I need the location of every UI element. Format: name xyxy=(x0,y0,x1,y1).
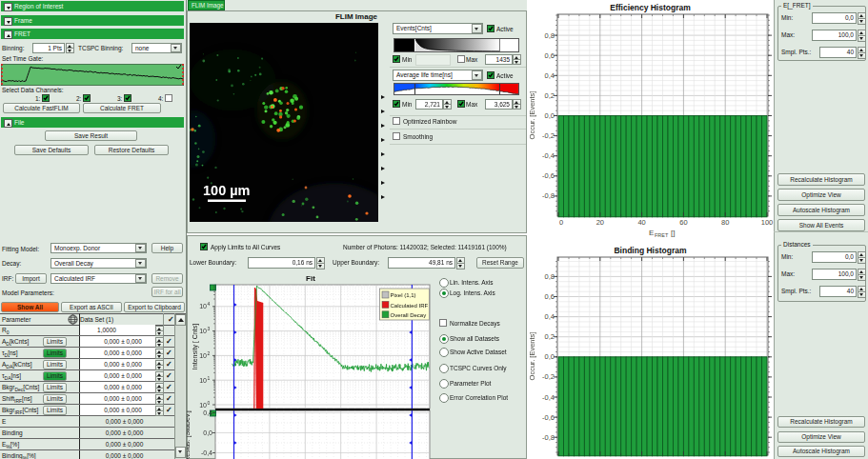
svg-text:-0,6: -0,6 xyxy=(542,171,555,180)
svg-text:-0,2: -0,2 xyxy=(542,372,555,381)
svg-text:10: 10 xyxy=(199,328,207,334)
svg-text:10: 10 xyxy=(199,377,207,384)
svg-text:-0,6: -0,6 xyxy=(542,413,555,422)
svg-text:1: 1 xyxy=(208,375,211,381)
svg-text:-0,4: -0,4 xyxy=(542,393,555,402)
svg-text:0,4: 0,4 xyxy=(545,71,555,80)
svg-text:10: 10 xyxy=(199,303,207,309)
svg-text:FRET: FRET xyxy=(655,232,669,238)
svg-text:-0,4: -0,4 xyxy=(542,151,555,160)
svg-text:Overall Decay: Overall Decay xyxy=(391,312,427,318)
svg-text:0: 0 xyxy=(208,400,211,406)
svg-text:Occur. [Events]: Occur. [Events] xyxy=(528,91,536,140)
svg-text:0,2: 0,2 xyxy=(545,91,555,100)
svg-text:0,8: 0,8 xyxy=(545,272,555,281)
svg-text:-0,4: -0,4 xyxy=(201,449,212,456)
svg-text:0,6: 0,6 xyxy=(545,51,555,60)
svg-text:10: 10 xyxy=(199,402,207,409)
svg-text:0: 0 xyxy=(559,218,563,227)
svg-text:0,8: 0,8 xyxy=(545,31,555,40)
svg-text:0,0: 0,0 xyxy=(203,429,212,436)
svg-text:80: 80 xyxy=(721,218,729,227)
svg-text:Resids. [StdDev.]: Resids. [StdDev.] xyxy=(187,410,192,459)
svg-text:Occur. [Events]: Occur. [Events] xyxy=(528,332,536,381)
svg-text:E: E xyxy=(649,229,654,237)
svg-text:Calculated IRF: Calculated IRF xyxy=(391,303,429,309)
svg-text:0,4: 0,4 xyxy=(545,312,555,321)
svg-text:3: 3 xyxy=(208,326,211,331)
svg-text:100: 100 xyxy=(761,218,774,227)
svg-text:Pixel (1,1): Pixel (1,1) xyxy=(391,292,416,298)
svg-text:0,2: 0,2 xyxy=(545,332,555,341)
svg-text:60: 60 xyxy=(679,218,687,227)
svg-text:2: 2 xyxy=(208,350,211,356)
svg-text:40: 40 xyxy=(637,218,645,227)
svg-text:0,4: 0,4 xyxy=(203,409,212,416)
svg-text:0,0: 0,0 xyxy=(545,111,555,120)
svg-text:0,0: 0,0 xyxy=(545,352,555,361)
svg-text:-0,2: -0,2 xyxy=(542,131,555,140)
svg-text:Intensity [ Cnts]: Intensity [ Cnts] xyxy=(192,324,199,369)
svg-text:10: 10 xyxy=(199,352,207,359)
svg-text:0,6: 0,6 xyxy=(545,292,555,301)
svg-text:100 µm: 100 µm xyxy=(203,183,250,198)
svg-text:-0,8: -0,8 xyxy=(542,433,555,442)
svg-text:-0,8: -0,8 xyxy=(542,191,555,200)
svg-text:Binding Histogram: Binding Histogram xyxy=(614,246,686,255)
svg-text:[]: [] xyxy=(671,229,675,237)
svg-text:4: 4 xyxy=(208,301,211,307)
svg-text:Efficiency Histogram: Efficiency Histogram xyxy=(610,3,691,12)
svg-text:20: 20 xyxy=(596,218,604,227)
